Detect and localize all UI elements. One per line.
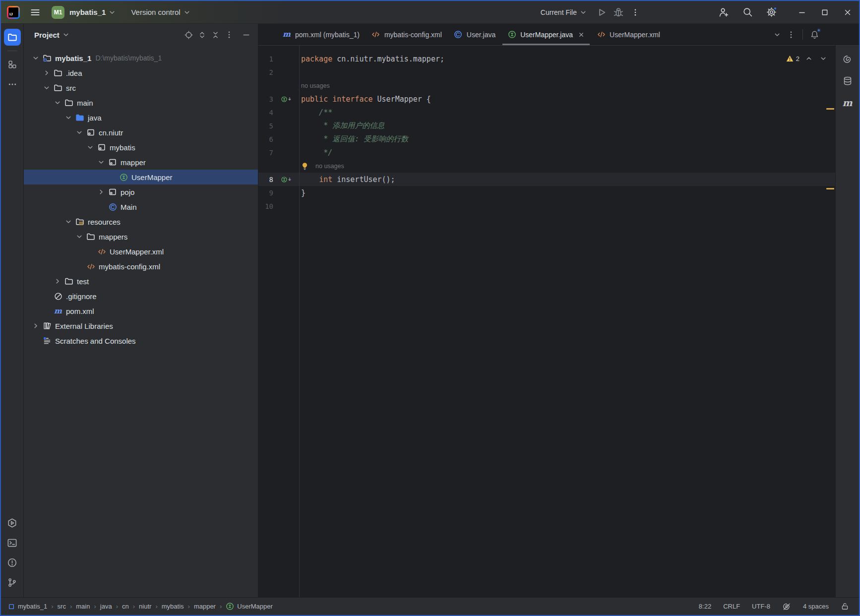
gutter-cell[interactable]: 6 bbox=[258, 132, 299, 146]
main-menu-icon[interactable] bbox=[28, 5, 43, 20]
window-maximize-button[interactable] bbox=[813, 1, 836, 23]
tree-item-src[interactable]: src bbox=[24, 80, 258, 95]
tree-item-test[interactable]: test bbox=[24, 274, 258, 289]
code-text[interactable]: /** bbox=[299, 108, 332, 117]
project-name[interactable]: mybatis_1 bbox=[69, 8, 106, 16]
tree-item-resources[interactable]: resources bbox=[24, 214, 258, 229]
tree-item-mybatis[interactable]: mybatis bbox=[24, 140, 258, 155]
tree-item-mappers[interactable]: mappers bbox=[24, 229, 258, 244]
warning-count[interactable]: 2 bbox=[796, 55, 799, 62]
implementation-gutter-icon[interactable] bbox=[281, 176, 294, 183]
tab-user-java[interactable]: User.java bbox=[448, 24, 501, 45]
settings-gear-icon[interactable] bbox=[764, 5, 779, 20]
search-everywhere-icon[interactable] bbox=[740, 5, 755, 20]
gutter-cell[interactable]: 5 bbox=[258, 119, 299, 132]
vcs-widget[interactable]: Version control bbox=[131, 8, 180, 16]
project-view-chevron-down-icon[interactable] bbox=[62, 31, 70, 39]
breadcrumb-main[interactable]: main bbox=[76, 603, 90, 610]
gutter-cell[interactable]: 8 bbox=[258, 173, 299, 186]
tab-mybatis-config-xml[interactable]: mybatis-config.xml bbox=[366, 24, 448, 45]
unlock-icon[interactable] bbox=[841, 602, 849, 611]
ai-assistant-status-icon[interactable] bbox=[782, 602, 791, 611]
chevron-down-icon[interactable] bbox=[75, 128, 83, 136]
breadcrumb-cn[interactable]: cn bbox=[122, 603, 129, 610]
chevron-down-icon[interactable] bbox=[43, 84, 51, 92]
tree-item-mybatis-1[interactable]: mybatis_1D:\mybatis\mybatis_1 bbox=[24, 51, 258, 65]
project-badge[interactable]: M1 bbox=[52, 6, 64, 19]
tree-item-idea[interactable]: .idea bbox=[24, 65, 258, 80]
git-tool-window[interactable] bbox=[4, 574, 21, 591]
maven-tool-window[interactable]: m bbox=[839, 94, 856, 111]
run-configuration-selector[interactable]: Current File bbox=[541, 8, 577, 16]
chevron-right-icon[interactable] bbox=[54, 277, 61, 285]
run-config-chevron-down-icon[interactable] bbox=[579, 8, 587, 16]
code-text[interactable]: no usages bbox=[299, 162, 344, 170]
terminal-tool-window[interactable] bbox=[4, 534, 21, 551]
scrollbar-warning-mark[interactable] bbox=[826, 188, 834, 189]
hidden-tabs-chevron-down-icon[interactable] bbox=[770, 28, 784, 42]
intention-bulb-icon[interactable] bbox=[301, 162, 309, 170]
tab-options-icon[interactable] bbox=[784, 28, 798, 42]
collapse-all-icon[interactable] bbox=[209, 28, 222, 41]
chevron-right-icon[interactable] bbox=[97, 188, 105, 196]
file-encoding[interactable]: UTF-8 bbox=[752, 603, 770, 610]
tree-item-usermapper[interactable]: UserMapper bbox=[24, 170, 258, 185]
caret-position[interactable]: 8:22 bbox=[699, 603, 711, 610]
gutter-cell[interactable]: 10 bbox=[258, 199, 299, 213]
tree-item-main[interactable]: main bbox=[24, 95, 258, 110]
tab-usermapper-xml[interactable]: UserMapper.xml bbox=[591, 24, 666, 45]
next-warning-icon[interactable] bbox=[818, 52, 828, 65]
breadcrumb-java[interactable]: java bbox=[100, 603, 112, 610]
usages-inlay-hint[interactable]: no usages bbox=[315, 163, 344, 170]
chevron-down-icon[interactable] bbox=[64, 218, 72, 226]
structure-tool-window[interactable] bbox=[4, 56, 21, 73]
select-opened-file-icon[interactable] bbox=[182, 28, 195, 41]
problems-tool-window[interactable] bbox=[4, 554, 21, 571]
ai-assistant-tool-window[interactable] bbox=[839, 51, 856, 67]
chevron-down-icon[interactable] bbox=[64, 114, 72, 122]
chevron-down-icon[interactable] bbox=[97, 158, 105, 166]
implementation-gutter-icon[interactable] bbox=[281, 96, 294, 103]
project-options-icon[interactable] bbox=[222, 28, 236, 41]
project-tool-window[interactable] bbox=[4, 29, 21, 46]
more-actions-icon[interactable] bbox=[628, 5, 643, 20]
tab-usermapper-java[interactable]: UserMapper.java bbox=[501, 24, 591, 45]
hide-tool-window-icon[interactable] bbox=[240, 28, 253, 41]
breadcrumb-usermapper[interactable]: UserMapper bbox=[226, 602, 273, 611]
gutter-cell[interactable]: 2 bbox=[258, 65, 299, 79]
code-text[interactable]: no usages bbox=[299, 82, 330, 89]
tree-item-mybatis-config-xml[interactable]: mybatis-config.xml bbox=[24, 259, 258, 274]
chevron-right-icon[interactable] bbox=[43, 69, 51, 77]
tree-item-java[interactable]: java bbox=[24, 110, 258, 125]
chevron-down-icon[interactable] bbox=[54, 99, 61, 107]
window-close-button[interactable] bbox=[836, 1, 859, 23]
project-panel-title[interactable]: Project bbox=[34, 31, 60, 39]
debug-button[interactable] bbox=[611, 5, 626, 20]
breadcrumb-mybatis[interactable]: mybatis bbox=[162, 603, 184, 610]
breadcrumb-src[interactable]: src bbox=[58, 603, 66, 610]
line-separator[interactable]: CRLF bbox=[723, 603, 740, 610]
expand-all-icon[interactable] bbox=[195, 28, 209, 41]
more-tool-windows[interactable] bbox=[4, 76, 21, 93]
gutter-cell[interactable]: 7 bbox=[258, 146, 299, 159]
tree-item-usermapper-xml[interactable]: UserMapper.xml bbox=[24, 244, 258, 259]
vcs-chevron-down-icon[interactable] bbox=[183, 8, 191, 16]
tree-item-gitignore[interactable]: .gitignore bbox=[24, 289, 258, 304]
prev-warning-icon[interactable] bbox=[804, 52, 814, 65]
breadcrumb-mapper[interactable]: mapper bbox=[194, 603, 216, 610]
tree-item-main[interactable]: Main bbox=[24, 199, 258, 214]
tree-item-pom-xml[interactable]: mpom.xml bbox=[24, 304, 258, 318]
code-text[interactable]: package cn.niutr.mybatis.mapper; bbox=[299, 55, 444, 63]
indent-setting[interactable]: 4 spaces bbox=[803, 603, 829, 610]
code-text[interactable]: int insertUser(); bbox=[299, 175, 395, 184]
chevron-down-icon[interactable] bbox=[75, 233, 83, 241]
tab-close-icon[interactable] bbox=[578, 31, 585, 38]
notifications-bell-icon[interactable] bbox=[807, 28, 821, 42]
chevron-right-icon[interactable] bbox=[32, 322, 40, 330]
code-text[interactable]: */ bbox=[299, 148, 332, 157]
run-button[interactable] bbox=[594, 5, 609, 20]
tree-item-cn-niutr[interactable]: cn.niutr bbox=[24, 125, 258, 140]
gutter-cell[interactable]: 1 bbox=[258, 52, 299, 65]
tree-item-external-libraries[interactable]: External Libraries bbox=[24, 318, 258, 333]
gutter-cell[interactable] bbox=[258, 159, 299, 173]
